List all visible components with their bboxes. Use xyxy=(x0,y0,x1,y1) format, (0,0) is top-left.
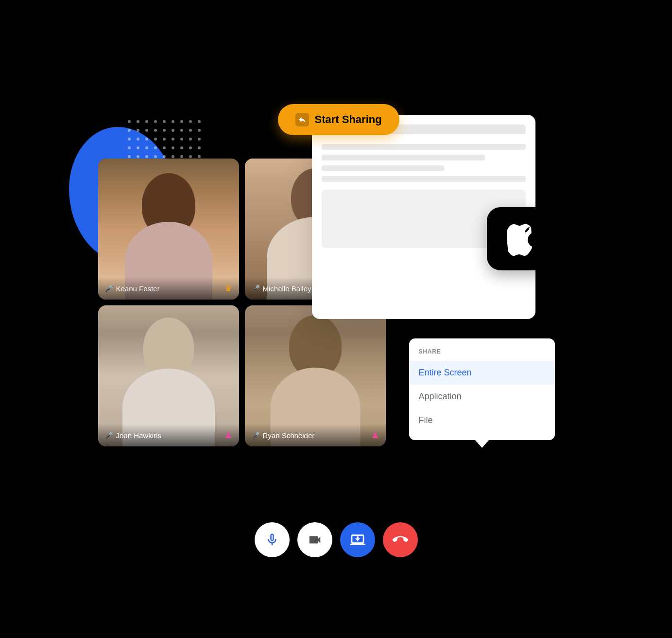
hangup-button[interactable] xyxy=(383,522,418,557)
window-line-4 xyxy=(322,176,526,182)
video-tile-joan: 🎤 Joan Hawkins ♟ xyxy=(98,305,239,446)
hangup-icon xyxy=(389,529,411,550)
microphone-icon xyxy=(265,532,279,547)
scene: Start Sharing 🎤 Keanu Foster ♛ xyxy=(69,52,603,586)
keanu-role-icon: ♛ xyxy=(224,283,232,294)
joan-name: Joan Hawkins xyxy=(116,431,161,440)
share-dropdown-menu: SHARE Entire Screen Application File xyxy=(409,338,555,440)
screen-share-button[interactable] xyxy=(340,522,375,557)
window-content-lines xyxy=(322,144,526,182)
joan-name-group: 🎤 Joan Hawkins xyxy=(105,431,161,440)
microphone-button[interactable] xyxy=(255,522,290,557)
ryan-label-bar: 🎤 Ryan Schneider ♟ xyxy=(245,424,386,446)
control-bar xyxy=(255,522,418,557)
start-sharing-label: Start Sharing xyxy=(315,113,382,126)
keanu-name-group: 🎤 Keanu Foster xyxy=(105,284,160,293)
keanu-name: Keanu Foster xyxy=(116,284,160,293)
start-sharing-button[interactable]: Start Sharing xyxy=(278,104,399,135)
share-menu-label: SHARE xyxy=(409,346,555,361)
share-option-entire-screen[interactable]: Entire Screen xyxy=(409,361,555,385)
ryan-name-group: 🎤 Ryan Schneider xyxy=(252,431,315,440)
joan-label-bar: 🎤 Joan Hawkins ♟ xyxy=(98,424,239,446)
keanu-mic-icon: 🎤 xyxy=(105,284,113,292)
share-arrow-icon xyxy=(295,113,309,126)
joan-mic-icon: 🎤 xyxy=(105,431,113,439)
michelle-name: Michelle Bailey xyxy=(263,284,311,293)
window-line-1 xyxy=(322,144,526,150)
camera-button[interactable] xyxy=(297,522,332,557)
share-option-application[interactable]: Application xyxy=(409,385,555,408)
video-tile-ryan: 🎤 Ryan Schneider ♟ xyxy=(245,305,386,446)
share-option-file[interactable]: File xyxy=(409,408,555,432)
ryan-name: Ryan Schneider xyxy=(263,431,315,440)
apple-logo-icon xyxy=(504,222,533,256)
video-tile-keanu: 🎤 Keanu Foster ♛ xyxy=(98,159,239,300)
michelle-name-group: 🎤 Michelle Bailey xyxy=(252,284,311,293)
camera-icon xyxy=(308,532,322,547)
keanu-label-bar: 🎤 Keanu Foster ♛ xyxy=(98,277,239,300)
apple-app-icon-card xyxy=(487,207,550,270)
window-line-3 xyxy=(322,165,444,171)
michelle-mic-icon: 🎤 xyxy=(252,284,260,292)
screen-share-icon xyxy=(350,532,365,548)
joan-role-icon: ♟ xyxy=(224,430,232,441)
window-line-2 xyxy=(322,155,485,160)
ryan-role-icon: ♟ xyxy=(371,430,379,441)
ryan-mic-icon: 🎤 xyxy=(252,431,260,439)
